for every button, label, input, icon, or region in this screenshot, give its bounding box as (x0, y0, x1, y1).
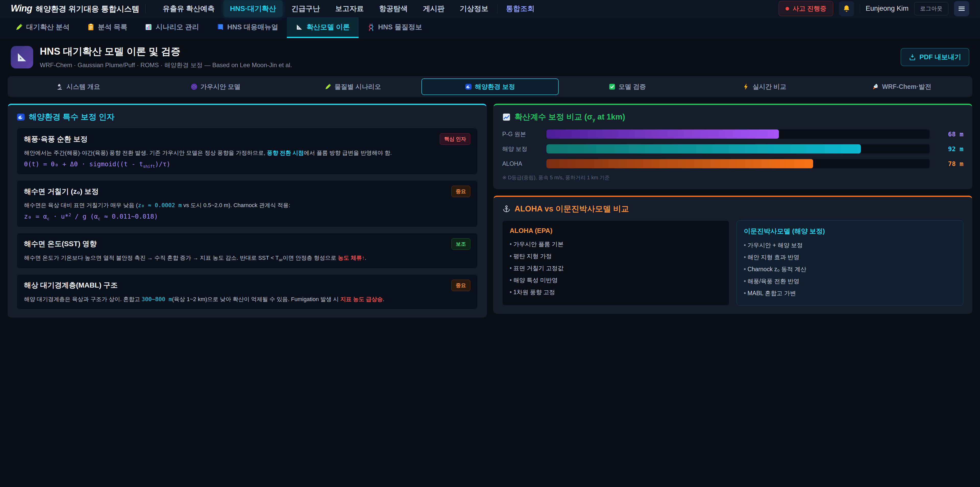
comparison-item: 1차원 풍향 고정 (510, 286, 722, 298)
nav-item-oil-dispersion[interactable]: 유출유 확산예측 (156, 0, 221, 17)
notifications-button[interactable] (839, 1, 854, 16)
section-tab-system-overview[interactable]: 시스템 개요 (10, 78, 147, 95)
page-header: HNS 대기확산 모델 이론 및 검증 WRF-Chem · Gaussian … (0, 38, 980, 75)
page-title: HNS 대기확산 모델 이론 및 검증 (40, 45, 292, 58)
factor-title: 해상 대기경계층(MABL) 구조 (24, 280, 118, 290)
ocean-panel-title: 해양환경 특수 보정 인자 (17, 112, 478, 122)
factor-header: 해상 대기경계층(MABL) 구조중요 (24, 279, 470, 291)
factor-badge: 중요 (452, 186, 470, 197)
correction-factor-card: 해수면 온도(SST) 영향보조해수면 온도가 기온보다 높으면 열적 불안정 … (17, 233, 478, 269)
nav-item-board[interactable]: 게시판 (417, 0, 451, 17)
clipboard-icon (87, 23, 95, 31)
nav-item-aerial-search[interactable]: 항공탐색 (372, 0, 414, 17)
dispersion-coefficient-chart-panel: 확산계수 보정 비교 (σy at 1km) P-G 원본68 m해양 보정92… (493, 104, 972, 189)
chart-line-icon (502, 113, 511, 121)
nav-item-hns-air-dispersion[interactable]: HNS·대기확산 (223, 0, 283, 17)
comparison-grid: ALOHA (EPA) 가우시안 플룸 기본평탄 지형 가정표면 거칠기 고정값… (502, 220, 963, 306)
comparison-item: Charnock z₀ 동적 계산 (744, 263, 956, 275)
barchart-icon (145, 23, 152, 31)
nav-item-reports[interactable]: 보고자료 (329, 0, 371, 17)
section-tab-label: 실시간 비교 (752, 83, 786, 91)
wave-icon (465, 83, 472, 90)
factor-formula: θ(t) = θ₀ + Δθ · sigmoid((t - tshift)/τ) (24, 160, 470, 169)
text-segment: z₀ = α (24, 213, 47, 220)
nav-item-emergency-rescue[interactable]: 긴급구난 (285, 0, 327, 17)
hamburger-menu-button[interactable] (954, 1, 969, 16)
bar-fill (546, 159, 813, 168)
tab-label: 확산모델 이론 (307, 22, 350, 32)
text-segment: c (47, 217, 49, 221)
section-tab-label: 해양환경 보정 (475, 83, 515, 91)
tab-dispersion-model-theory[interactable]: 확산모델 이론 (287, 18, 359, 38)
text-segment: 2 (68, 213, 71, 217)
section-tab-wrf-chem-advanced[interactable]: WRF-Chem·발전 (833, 78, 970, 95)
app-root: Wing 해양환경 위기대응 통합시스템 유출유 확산예측HNS·대기확산긴급구… (0, 0, 980, 318)
page-subtitle: WRF-Chem · Gaussian Plume/Puff · ROMS · … (40, 61, 292, 69)
pencil-icon (325, 83, 331, 90)
brand[interactable]: Wing 해양환경 위기대응 통합시스템 (11, 3, 139, 14)
check-icon (609, 83, 616, 90)
text-segment: 지표 농도 급상승 (340, 296, 383, 302)
page-titles: HNS 대기확산 모델 이론 및 검증 WRF-Chem · Gaussian … (40, 45, 292, 69)
logout-button[interactable]: 로그아웃 (914, 2, 948, 15)
hamburger-icon (958, 5, 966, 13)
download-icon (909, 54, 916, 61)
pdf-export-label: PDF 내보내기 (920, 53, 961, 62)
wave-icon (17, 113, 25, 121)
comparison-item: 해풍/육풍 전환 반영 (744, 275, 956, 287)
section-tab-gaussian-model[interactable]: 가우시안 모델 (147, 78, 284, 95)
pdf-export-button[interactable]: PDF 내보내기 (900, 48, 969, 66)
bell-icon (842, 5, 851, 13)
top-navigation: Wing 해양환경 위기대응 통합시스템 유출유 확산예측HNS·대기확산긴급구… (0, 0, 980, 18)
nav-divider (145, 4, 146, 14)
ocean-panel-title-text: 해양환경 특수 보정 인자 (29, 112, 115, 122)
text-segment: y (592, 117, 595, 122)
section-tab-ocean-correction[interactable]: 해양환경 보정 (422, 78, 558, 95)
tab-air-dispersion-analysis[interactable]: 대기확산 분석 (6, 18, 78, 38)
incident-status-badge: 사고 진행중 (779, 1, 833, 16)
correction-factor-list: 해풍·육풍 순환 보정핵심 인자해안에서는 주간(해풍)·야간(육풍) 풍향 전… (17, 128, 478, 310)
section-tab-bar: 시스템 개요가우시안 모델물질별 시나리오해양환경 보정모델 검증실시간 비교W… (8, 77, 972, 97)
bar-value: 92 m (935, 145, 963, 153)
section-tab-realtime-comparison[interactable]: 실시간 비교 (696, 78, 833, 95)
bar-chart: P-G 원본68 m해양 보정92 mALOHA78 m (502, 129, 963, 169)
tab-analysis-list[interactable]: 분석 목록 (78, 18, 136, 38)
factor-description: 해안에서는 주간(해풍)·야간(육풍) 풍향 전환 발생. 기존 가우시안 모델… (24, 148, 470, 157)
text-segment: / g (α (71, 213, 98, 220)
bar-label: ALOHA (502, 160, 541, 167)
bar-fill (546, 129, 779, 139)
text-segment: 해안에서는 주간(해풍)·야간(육풍) 풍향 전환 발생. 기존 가우시안 모델… (24, 150, 267, 156)
tab-hns-substance-info[interactable]: HNS 물질정보 (359, 18, 431, 38)
text-segment: 풍향 전환 시점 (267, 150, 304, 156)
text-segment: 확산계수 보정 비교 (σ (514, 112, 592, 121)
chart-bar-row: P-G 원본68 m (502, 129, 963, 139)
comparison-panel-title-text: ALOHA vs 이문진박사모델 비교 (514, 204, 629, 214)
factor-title: 해수면 온도(SST) 영향 (24, 239, 97, 249)
tab-hns-response-manual[interactable]: HNS 대응매뉴얼 (208, 18, 287, 38)
comparison-panel-title: ALOHA vs 이문진박사모델 비교 (502, 204, 963, 214)
brand-title: 해양환경 위기대응 통합시스템 (36, 4, 140, 14)
nav-item-integrated-search[interactable]: 통합조회 (500, 0, 541, 17)
text-segment: . (383, 296, 384, 302)
tab-label: HNS 대응매뉴얼 (228, 22, 278, 32)
text-segment: 이면 안정층 형성으로 (283, 255, 338, 261)
tab-scenario-management[interactable]: 시나리오 관리 (136, 18, 208, 38)
factor-description: 해수면 온도가 기온보다 높으면 열적 불안정 촉진 → 수직 혼합 증가 → … (24, 253, 470, 263)
nav-item-weather-info[interactable]: 기상정보 (453, 0, 495, 17)
bar-track (546, 144, 930, 154)
text-segment: · u* (49, 213, 68, 220)
microscope-icon (56, 83, 63, 90)
section-tab-label: WRF-Chem·발전 (882, 83, 931, 91)
section-tab-label: 가우시안 모델 (200, 83, 241, 91)
factor-header: 해풍·육풍 순환 보정핵심 인자 (24, 133, 470, 145)
text-segment: 농도 체류↑ (338, 255, 365, 261)
comparison-item: 해안 지형 효과 반영 (744, 251, 956, 263)
text-segment: . (365, 255, 366, 261)
bar-value: 68 m (935, 131, 963, 138)
section-tab-substance-scenarios[interactable]: 물질별 시나리오 (284, 78, 422, 95)
model-comparison-panel: ALOHA vs 이문진박사모델 비교 ALOHA (EPA) 가우시안 플룸 … (493, 196, 972, 314)
factor-badge: 중요 (452, 279, 470, 291)
brand-logo: Wing (11, 3, 32, 14)
section-tab-model-validation[interactable]: 모델 검증 (558, 78, 696, 95)
text-segment: z₀ ≈ 0.0002 m (138, 202, 182, 208)
